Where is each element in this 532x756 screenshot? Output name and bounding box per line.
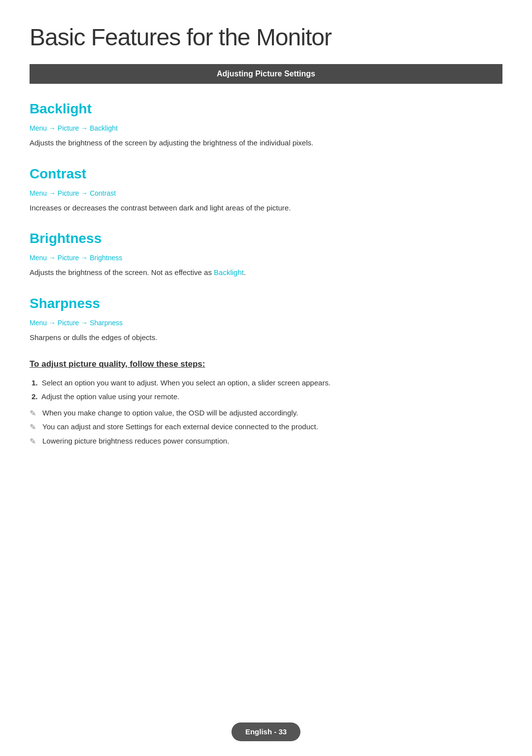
contrast-breadcrumb: Menu → Picture → Contrast	[30, 188, 502, 199]
brightness-title: Brightness	[30, 228, 502, 249]
step-1: 1. Select an option you want to adjust. …	[30, 378, 502, 389]
footer-badge: English - 33	[232, 722, 300, 742]
backlight-section: Backlight Menu → Picture → Backlight Adj…	[30, 99, 502, 149]
backlight-description: Adjusts the brightness of the screen by …	[30, 137, 502, 149]
step-1-num: 1.	[32, 378, 38, 387]
backlight-title: Backlight	[30, 99, 502, 119]
step-2-num: 2.	[32, 392, 38, 401]
brightness-breadcrumb: Menu → Picture → Brightness	[30, 253, 502, 263]
step-2-text: Adjust the option value using your remot…	[41, 392, 179, 401]
brightness-description: Adjusts the brightness of the screen. No…	[30, 267, 502, 278]
page-title: Basic Features for the Monitor	[30, 20, 502, 55]
contrast-breadcrumb-text: Menu → Picture → Contrast	[30, 189, 116, 197]
backlight-breadcrumb-text: Menu → Picture → Backlight	[30, 124, 118, 132]
note-3: Lowering picture brightness reduces powe…	[30, 436, 502, 447]
sharpness-description: Sharpens or dulls the edges of objects.	[30, 332, 502, 344]
contrast-section: Contrast Menu → Picture → Contrast Incre…	[30, 164, 502, 214]
sharpness-section: Sharpness Menu → Picture → Sharpness Sha…	[30, 293, 502, 344]
brightness-desc-link: Backlight	[214, 268, 244, 276]
brightness-desc-before: Adjusts the brightness of the screen. No…	[30, 268, 214, 276]
step-2: 2. Adjust the option value using your re…	[30, 391, 502, 403]
steps-list: 1. Select an option you want to adjust. …	[30, 378, 502, 403]
sharpness-title: Sharpness	[30, 293, 502, 314]
steps-title: To adjust picture quality, follow these …	[30, 358, 502, 371]
brightness-section: Brightness Menu → Picture → Brightness A…	[30, 228, 502, 278]
step-1-text: Select an option you want to adjust. Whe…	[42, 378, 331, 387]
contrast-description: Increases or decreases the contrast betw…	[30, 203, 502, 214]
brightness-breadcrumb-text: Menu → Picture → Brightness	[30, 254, 122, 262]
contrast-title: Contrast	[30, 164, 502, 184]
steps-section: To adjust picture quality, follow these …	[30, 358, 502, 447]
brightness-desc-after: .	[244, 268, 246, 276]
sharpness-breadcrumb-text: Menu → Picture → Sharpness	[30, 319, 123, 327]
sharpness-breadcrumb: Menu → Picture → Sharpness	[30, 318, 502, 328]
note-1: When you make change to option value, th…	[30, 408, 502, 419]
note-2: You can adjust and store Settings for ea…	[30, 421, 502, 433]
backlight-breadcrumb: Menu → Picture → Backlight	[30, 123, 502, 134]
section-header: Adjusting Picture Settings	[30, 64, 502, 84]
